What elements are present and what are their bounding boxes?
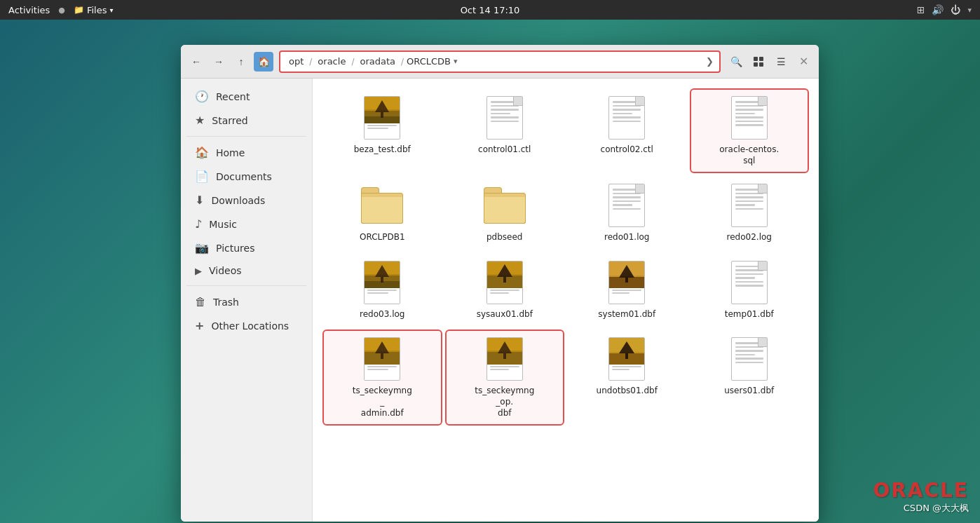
- sidebar-label-recent: Recent: [216, 91, 250, 102]
- file-icon-redo02: [727, 183, 772, 228]
- sidebar-item-recent[interactable]: 🕐 Recent: [184, 85, 309, 108]
- file-item-sysaux01-dbf[interactable]: sysaux01.dbf: [447, 254, 564, 326]
- file-item-ts-seckeymng-op[interactable]: ts_seckeymng_op.dbf: [447, 331, 564, 424]
- file-icon-redo03: [360, 260, 404, 305]
- breadcrumb-sep-2: /: [351, 57, 354, 67]
- dbf-thumbnail-undotbs01: [609, 338, 644, 365]
- svg-rect-40: [625, 353, 628, 359]
- breadcrumb-bar: opt / oracle / oradata / ORCLCDB ▾ ❯: [279, 50, 721, 73]
- doc-icon-redo01: [608, 184, 645, 227]
- dbf-bottom-ts-op: [487, 365, 522, 380]
- dbf-bottom-undotbs01: [609, 365, 644, 380]
- file-icon-pdbseed: [482, 183, 527, 228]
- breadcrumb-oradata[interactable]: oradata: [357, 55, 398, 68]
- file-icon-oracle-centos: [727, 95, 772, 140]
- file-item-redo03-log[interactable]: redo03.log: [324, 254, 441, 326]
- content-area: 🕐 Recent ★ Starred 🏠 Home 📄 Documents ⬇ …: [181, 79, 819, 522]
- sidebar-label-documents: Documents: [216, 171, 272, 182]
- file-item-temp01-dbf[interactable]: temp01.dbf: [691, 254, 808, 326]
- file-icon-users01: [727, 337, 772, 381]
- forward-button[interactable]: →: [209, 52, 229, 72]
- file-item-control02-ctl[interactable]: control02.ctl: [569, 90, 686, 172]
- breadcrumb-next-arrow[interactable]: ❯: [706, 56, 714, 67]
- breadcrumb-dropdown-arrow[interactable]: ▾: [454, 57, 458, 66]
- breadcrumb-current[interactable]: ORCLCDB ▾: [407, 56, 457, 67]
- file-name-ts-seckeymng-op: ts_seckeymng_op.dbf: [473, 386, 536, 419]
- file-icon-ts-seckeymng-op: [482, 337, 527, 381]
- dbf-icon-sysaux01: [486, 261, 523, 304]
- topbar: Activities ● 📁 Files ▾ Oct 14 17:10 ⊞ 🔊 …: [0, 0, 980, 20]
- system-menu-arrow[interactable]: ▾: [967, 6, 972, 15]
- file-item-undotbs01-dbf[interactable]: undotbs01.dbf: [569, 331, 686, 424]
- up-button[interactable]: ↑: [231, 52, 251, 72]
- trash-icon: 🗑: [195, 295, 206, 308]
- file-name-users01: users01.dbf: [724, 386, 774, 397]
- music-icon: ♪: [195, 217, 202, 231]
- breadcrumb-oracle[interactable]: oracle: [315, 55, 348, 68]
- svg-rect-25: [625, 278, 628, 283]
- sidebar-item-other-locations[interactable]: + Other Locations: [184, 314, 309, 337]
- file-name-redo03: redo03.log: [360, 309, 404, 320]
- sidebar-item-documents[interactable]: 📄 Documents: [184, 165, 309, 188]
- doc-icon-redo02: [731, 184, 768, 227]
- file-grid: beza_test.dbf control01.ctl: [313, 79, 819, 522]
- sidebar-item-starred[interactable]: ★ Starred: [184, 109, 309, 132]
- home-icon: 🏠: [195, 146, 209, 159]
- file-name-beza-test: beza_test.dbf: [354, 144, 411, 156]
- files-menu-button[interactable]: 📁 Files ▾: [74, 5, 114, 15]
- file-name-ts-seckeymng-admin: ts_seckeymng_admin.dbf: [351, 386, 414, 419]
- file-item-system01-dbf[interactable]: system01.dbf: [569, 254, 686, 326]
- dbf-thumbnail-ts-admin: [365, 338, 400, 365]
- file-item-redo02-log[interactable]: redo02.log: [691, 177, 808, 249]
- toolbar-right-buttons: 🔍 ☰ ✕: [726, 52, 813, 72]
- sidebar-item-pictures[interactable]: 📷 Pictures: [184, 236, 309, 259]
- file-item-redo01-log[interactable]: redo01.log: [569, 177, 686, 249]
- file-icon-control01: [482, 95, 527, 140]
- file-name-temp01: temp01.dbf: [725, 309, 774, 320]
- breadcrumb-sep-1: /: [309, 57, 312, 67]
- doc-icon-oracle-centos: [731, 96, 768, 140]
- pictures-icon: 📷: [195, 241, 209, 254]
- sidebar-label-downloads: Downloads: [211, 195, 265, 206]
- file-item-pdbseed[interactable]: pdbseed: [447, 177, 564, 249]
- file-item-orclpdb1[interactable]: ORCLPDB1: [324, 177, 441, 249]
- menu-button[interactable]: ☰: [771, 52, 791, 72]
- sidebar-item-home[interactable]: 🏠 Home: [184, 141, 309, 164]
- file-icon-undotbs01: [604, 337, 649, 381]
- file-name-sysaux01: sysaux01.dbf: [477, 309, 533, 320]
- search-button[interactable]: 🔍: [726, 52, 746, 72]
- sidebar-item-music[interactable]: ♪ Music: [184, 212, 309, 236]
- doc-icon-control02: [608, 96, 645, 140]
- file-item-beza-test-dbf[interactable]: beza_test.dbf: [324, 90, 441, 172]
- file-item-ts-seckeymng-admin[interactable]: ts_seckeymng_admin.dbf: [324, 331, 441, 424]
- sidebar-item-downloads[interactable]: ⬇ Downloads: [184, 189, 309, 212]
- sidebar-item-videos[interactable]: ▶ Videos: [184, 260, 309, 281]
- power-icon: ⏻: [951, 4, 960, 15]
- sidebar-item-trash[interactable]: 🗑 Trash: [184, 290, 309, 313]
- activities-button[interactable]: Activities: [8, 5, 50, 15]
- toolbar: ← → ↑ 🏠 opt / oracle / oradata / ORCLCDB…: [181, 45, 819, 79]
- close-button[interactable]: ✕: [794, 52, 813, 72]
- documents-icon: 📄: [195, 170, 209, 183]
- downloads-icon: ⬇: [195, 193, 204, 207]
- dbf-thumbnail-sysaux01: [487, 262, 522, 288]
- home-folder-button[interactable]: 🏠: [254, 52, 273, 72]
- watermark-csdn-text: CSDN @大大枫: [904, 502, 969, 515]
- dbf-bottom-redo03: [365, 288, 400, 304]
- breadcrumb-sep-3: /: [401, 57, 404, 67]
- sidebar-label-music: Music: [209, 219, 237, 230]
- back-button[interactable]: ←: [186, 52, 206, 72]
- file-item-users01-dbf[interactable]: users01.dbf: [691, 331, 808, 424]
- file-icon-ts-seckeymng-admin: [360, 337, 404, 381]
- svg-rect-15: [381, 277, 383, 283]
- sidebar-label-starred: Starred: [212, 115, 247, 126]
- view-options-button[interactable]: [749, 52, 768, 72]
- file-item-control01-ctl[interactable]: control01.ctl: [447, 90, 564, 172]
- file-item-oracle-centos-sql[interactable]: oracle-centos.sql: [691, 90, 808, 172]
- dbf-bottom: [365, 123, 400, 139]
- dbf-thumbnail-system01: [609, 262, 644, 288]
- breadcrumb-opt[interactable]: opt: [286, 55, 306, 68]
- svg-rect-30: [381, 353, 383, 359]
- doc-icon-temp01: [731, 261, 768, 304]
- svg-rect-2: [754, 62, 758, 67]
